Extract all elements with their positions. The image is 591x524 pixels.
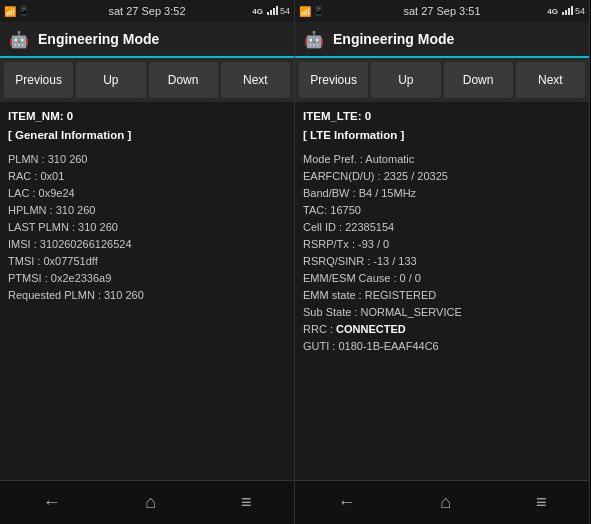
signal-icon-left bbox=[267, 5, 278, 17]
signal-icon-right bbox=[562, 5, 573, 17]
status-bar-time-left: sat 27 Sep 3:52 bbox=[108, 5, 185, 17]
status-bar-right-icons-left: 4G 54 bbox=[252, 5, 290, 17]
screen-icon-right: 📱 bbox=[313, 6, 324, 16]
back-button-left[interactable]: ← bbox=[26, 484, 76, 521]
list-item: RAC : 0x01 bbox=[8, 168, 286, 185]
battery-num-right: 54 bbox=[575, 6, 585, 16]
status-bar-right-icons: 4G 54 bbox=[547, 5, 585, 17]
status-bar-right: 📶 📱 sat 27 Sep 3:51 4G 54 bbox=[295, 0, 589, 22]
status-bar-time-right: sat 27 Sep 3:51 bbox=[403, 5, 480, 17]
bottom-nav-left: ← ⌂ ≡ bbox=[0, 480, 294, 524]
content-lines-right: Mode Pref. : AutomaticEARFCN(D/U) : 2325… bbox=[303, 151, 581, 356]
list-item: RSRQ/SINR : -13 / 133 bbox=[303, 253, 581, 270]
previous-button-right[interactable]: Previous bbox=[299, 62, 368, 98]
next-button-right[interactable]: Next bbox=[516, 62, 585, 98]
list-item: GUTI : 0180-1B-EAAF44C6 bbox=[303, 338, 581, 355]
android-icon-left: 🤖 bbox=[8, 28, 30, 50]
next-button-left[interactable]: Next bbox=[221, 62, 290, 98]
list-item: PLMN : 310 260 bbox=[8, 151, 286, 168]
list-item: Sub State : NORMAL_SERVICE bbox=[303, 304, 581, 321]
list-item: RSRP/Tx : -93 / 0 bbox=[303, 236, 581, 253]
wifi-icon-right: 📶 bbox=[299, 6, 311, 17]
bottom-nav-right: ← ⌂ ≡ bbox=[295, 480, 589, 524]
battery-num-left: 54 bbox=[280, 6, 290, 16]
list-item: LAC : 0x9e24 bbox=[8, 185, 286, 202]
down-button-right[interactable]: Down bbox=[444, 62, 513, 98]
list-item: EARFCN(D/U) : 2325 / 20325 bbox=[303, 168, 581, 185]
list-item: TMSI : 0x07751dff bbox=[8, 253, 286, 270]
up-button-right[interactable]: Up bbox=[371, 62, 440, 98]
home-button-left[interactable]: ⌂ bbox=[129, 484, 172, 521]
list-item: Mode Pref. : Automatic bbox=[303, 151, 581, 168]
wifi-icon: 📶 bbox=[4, 6, 16, 17]
list-item: Requested PLMN : 310 260 bbox=[8, 287, 286, 304]
section-title-left: [ General Information ] bbox=[8, 127, 286, 144]
list-item: EMM state : REGISTERED bbox=[303, 287, 581, 304]
previous-button-left[interactable]: Previous bbox=[4, 62, 73, 98]
menu-button-left[interactable]: ≡ bbox=[225, 484, 268, 521]
list-item: IMSI : 310260266126524 bbox=[8, 236, 286, 253]
app-header-left: 🤖 Engineering Mode bbox=[0, 22, 294, 58]
content-left: ITEM_NM: 0 [ General Information ] PLMN … bbox=[0, 102, 294, 480]
item-nm-right: ITEM_LTE: 0 bbox=[303, 108, 581, 125]
android-icon-right: 🤖 bbox=[303, 28, 325, 50]
panel-left: 📶 📱 sat 27 Sep 3:52 4G 54 🤖 Engineering … bbox=[0, 0, 295, 524]
list-item: TAC: 16750 bbox=[303, 202, 581, 219]
app-header-right: 🤖 Engineering Mode bbox=[295, 22, 589, 58]
list-item: Band/BW : B4 / 15MHz bbox=[303, 185, 581, 202]
list-item: HPLMN : 310 260 bbox=[8, 202, 286, 219]
panel-right: 📶 📱 sat 27 Sep 3:51 4G 54 🤖 Engineering … bbox=[295, 0, 590, 524]
status-bar-left: 📶 📱 sat 27 Sep 3:52 4G 54 bbox=[0, 0, 294, 22]
content-lines-left: PLMN : 310 260RAC : 0x01LAC : 0x9e24HPLM… bbox=[8, 151, 286, 304]
nav-buttons-left: Previous Up Down Next bbox=[0, 58, 294, 102]
list-item: PTMSI : 0x2e2336a9 bbox=[8, 270, 286, 287]
list-item: EMM/ESM Cause : 0 / 0 bbox=[303, 270, 581, 287]
status-bar-left-icons: 📶 📱 bbox=[4, 6, 29, 17]
back-button-right[interactable]: ← bbox=[321, 484, 371, 521]
section-title-right: [ LTE Information ] bbox=[303, 127, 581, 144]
screen-icon: 📱 bbox=[18, 6, 29, 16]
list-item: RRC : CONNECTED bbox=[303, 321, 581, 338]
lte-icon-right: 4G bbox=[547, 7, 558, 16]
list-item: LAST PLMN : 310 260 bbox=[8, 219, 286, 236]
item-nm-left: ITEM_NM: 0 bbox=[8, 108, 286, 125]
nav-buttons-right: Previous Up Down Next bbox=[295, 58, 589, 102]
status-bar-right-left-icons: 📶 📱 bbox=[299, 6, 324, 17]
lte-icon-left: 4G bbox=[252, 7, 263, 16]
home-button-right[interactable]: ⌂ bbox=[424, 484, 467, 521]
up-button-left[interactable]: Up bbox=[76, 62, 145, 98]
app-title-right: Engineering Mode bbox=[333, 31, 454, 47]
list-item: Cell ID : 22385154 bbox=[303, 219, 581, 236]
content-right: ITEM_LTE: 0 [ LTE Information ] Mode Pre… bbox=[295, 102, 589, 480]
menu-button-right[interactable]: ≡ bbox=[520, 484, 563, 521]
app-title-left: Engineering Mode bbox=[38, 31, 159, 47]
down-button-left[interactable]: Down bbox=[149, 62, 218, 98]
